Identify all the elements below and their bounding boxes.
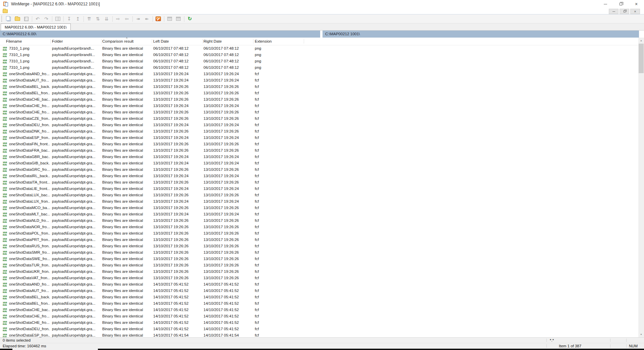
table-row[interactable]: 10100101 7310_1.png payload\Europe\brand… — [0, 45, 638, 52]
table-row[interactable]: 10100101 oneShotDataBEL_back... payload\… — [0, 84, 638, 90]
cell-comparison-result: Binary files are identical — [102, 90, 152, 96]
right-path-header[interactable]: C:\MAP00212 1001\ — [323, 31, 639, 38]
table-row[interactable]: 10100101 oneShotDataCZE_fron... payload\… — [0, 115, 638, 122]
menu-item-merge[interactable] — [26, 8, 32, 14]
menu-item-file[interactable] — [10, 8, 16, 14]
table-row[interactable]: 10100101 oneShotDataESP_fron... payload\… — [0, 135, 638, 141]
table-row[interactable]: 10100101 oneShotDataPOL_fron... payload\… — [0, 230, 638, 237]
table-row[interactable]: 10100101 oneShotDataNOR_fro... payload\E… — [0, 224, 638, 230]
column-header-filename[interactable]: Filename — [6, 39, 22, 43]
table-row[interactable]: 10100101 oneShotDataCHE_fro... payload\E… — [0, 103, 638, 109]
menu-item-edit[interactable] — [16, 8, 21, 14]
cell-left-date: 13/10/2017 19:26:24 — [153, 135, 202, 141]
table-row[interactable]: 10100101 oneShotDataFRA_bac... payload\E… — [0, 147, 638, 154]
restore-button[interactable] — [613, 0, 629, 8]
table-row[interactable]: 10100101 oneShotDataCHE_fro... payload\E… — [0, 319, 638, 326]
new-file-button[interactable] — [4, 15, 13, 23]
toolbar-icon — [167, 17, 172, 21]
table-row[interactable]: 10100101 oneShotDataBEL_fron... payload\… — [0, 90, 638, 96]
scrollbar-up-icon[interactable]: ▲ — [638, 38, 644, 43]
vertical-scrollbar[interactable]: ▲ ▼ — [638, 38, 644, 337]
undo-button[interactable]: ↶ — [33, 15, 42, 23]
table-row[interactable]: 10100101 oneShotDataGBR_bac... payload\E… — [0, 154, 638, 160]
table-row[interactable]: 10100101 oneShotDataAUT_fro... payload\E… — [0, 288, 638, 294]
table-row[interactable]: 10100101 oneShotDataIRL_back... payload\… — [0, 173, 638, 179]
table-row[interactable]: 10100101 oneShotDataCHE_fro... payload\E… — [0, 313, 638, 319]
options-button[interactable] — [154, 15, 163, 23]
table-row[interactable]: 10100101 oneShotDataDNK_fro... payload\E… — [0, 128, 638, 135]
table-row[interactable]: 10100101 oneShotDataRUS_fron... payload\… — [0, 243, 638, 249]
menu-item-tools[interactable] — [32, 8, 37, 14]
first-difference-button[interactable]: ⇈ — [85, 15, 94, 23]
column-header-comparison-result[interactable]: Comparison result — [102, 39, 133, 43]
column-header-right-date[interactable]: Right Date — [203, 39, 222, 43]
column-header-left-date[interactable]: Left Date — [153, 39, 169, 43]
table-row[interactable]: 10100101 oneShotDataGIB_back... payload\… — [0, 160, 638, 166]
table-row[interactable]: 10100101 oneShotDataCHE_bac... payload\E… — [0, 96, 638, 103]
cell-folder: payload\Europe\dpt-gra... — [52, 135, 101, 141]
scrollbar-thumb[interactable] — [639, 44, 644, 73]
current-difference-button[interactable]: ⇅ — [94, 15, 102, 23]
table-row[interactable]: 10100101 oneShotDataFIN_front... payload… — [0, 141, 638, 147]
table-row[interactable]: 10100101 oneShotDataLIE_front... payload… — [0, 186, 638, 192]
scrollbar-down-icon[interactable]: ▼ — [638, 332, 644, 337]
table-row[interactable]: 10100101 oneShotDataTUR_fron... payload\… — [0, 262, 638, 268]
left-path-header[interactable]: C:\MAP00212 6.00\ — [0, 31, 320, 38]
copy-left-button[interactable]: ⇦ — [122, 15, 131, 23]
table-row[interactable]: 10100101 oneShotDataCHE_bac... payload\E… — [0, 307, 638, 313]
menu-item-plugins[interactable] — [37, 8, 43, 14]
table-row[interactable]: 10100101 oneShotDataSMR_fro... payload\E… — [0, 249, 638, 256]
copy-right-advance-button[interactable]: ↠ — [134, 15, 142, 23]
menu-item-window[interactable] — [43, 8, 48, 14]
table-row[interactable]: 10100101 7310_1.png payload\Europe\brand… — [0, 64, 638, 71]
child-window-folder-icon[interactable] — [3, 9, 8, 13]
table-row[interactable]: 10100101 oneShotDataMLT_bac... payload\E… — [0, 211, 638, 217]
right-read-only-button[interactable] — [174, 15, 183, 23]
table-row[interactable]: 10100101 oneShotDataAND_fro... payload\E… — [0, 71, 638, 77]
change-view-button[interactable] — [53, 15, 62, 23]
table-row[interactable]: 10100101 7310_1.png payload\Europe\brand… — [0, 52, 638, 58]
table-row[interactable]: 10100101 oneShotDataAUT_fro... payload\E… — [0, 77, 638, 84]
column-header-extension[interactable]: Extension — [255, 39, 272, 43]
tab-folder-compare[interactable]: MAP00212 6.00\ - MAP00212 1001\ — [1, 23, 71, 31]
table-row[interactable]: 10100101 oneShotDataDEU_fron... payload\… — [0, 326, 638, 332]
table-row[interactable]: 10100101 oneShotDataDEU_fron... payload\… — [0, 122, 638, 128]
table-row[interactable]: 10100101 7310_1.png payload\Europe\brand… — [0, 58, 638, 64]
save-button[interactable] — [22, 15, 31, 23]
copy-right-button[interactable]: ⇨ — [114, 15, 122, 23]
menu-item-view[interactable] — [21, 8, 26, 14]
previous-difference-button[interactable]: ↥ — [73, 15, 82, 23]
table-row[interactable]: 10100101 oneShotDataLUX_fron... payload\… — [0, 198, 638, 205]
table-row[interactable]: 10100101 oneShotDataNLD_fro... payload\E… — [0, 217, 638, 224]
table-row[interactable]: 10100101 oneShotDataVAT_fron... payload\… — [0, 275, 638, 281]
copy-left-advance-button[interactable]: ↞ — [142, 15, 151, 23]
table-row[interactable]: 10100101 oneShotDataBEL_fron... payload\… — [0, 300, 638, 307]
child-restore-button[interactable] — [620, 9, 629, 14]
child-minimize-button[interactable] — [609, 9, 619, 14]
table-row[interactable]: 10100101 oneShotDataLUX_bac... payload\E… — [0, 192, 638, 198]
left-read-only-button[interactable] — [165, 15, 174, 23]
table-row[interactable]: 10100101 oneShotDataCHE_fro... payload\E… — [0, 109, 638, 115]
column-header-folder[interactable]: Folder — [52, 39, 63, 43]
menu-item-help[interactable] — [48, 8, 53, 14]
minimize-button[interactable] — [598, 0, 613, 8]
last-difference-button[interactable]: ⇊ — [102, 15, 111, 23]
refresh-button[interactable]: ↻ — [185, 15, 194, 23]
child-close-button[interactable]: × — [630, 9, 640, 14]
table-row[interactable]: 10100101 oneShotDataESP_fron... payload\… — [0, 332, 638, 337]
close-button[interactable]: × — [629, 0, 644, 8]
redo-button[interactable]: ↷ — [42, 15, 51, 23]
open-button[interactable] — [13, 15, 22, 23]
cell-right-date: 13/10/2017 19:26:24 — [203, 173, 253, 179]
table-row[interactable]: 10100101 oneShotDataUKR_fron... payload\… — [0, 268, 638, 275]
table-row[interactable]: 10100101 oneShotDataPRT_fron... payload\… — [0, 237, 638, 243]
toolbar-grip[interactable] — [1, 16, 3, 22]
table-row[interactable]: 10100101 oneShotDataSWE_fro... payload\E… — [0, 256, 638, 262]
table-row[interactable]: 10100101 oneShotDataITA_front... payload… — [0, 179, 638, 186]
next-difference-button[interactable]: ↧ — [65, 15, 73, 23]
table-row[interactable]: 10100101 oneShotDataBEL_back... payload\… — [0, 294, 638, 300]
table-row[interactable]: 10100101 oneShotDataAND_fro... payload\E… — [0, 281, 638, 288]
table-row[interactable]: 10100101 oneShotDataGRC_fro... payload\E… — [0, 166, 638, 173]
table-row[interactable]: 10100101 oneShotDataMCO_ba... payload\Eu… — [0, 205, 638, 211]
cell-comparison-result: Binary files are identical — [102, 281, 152, 288]
